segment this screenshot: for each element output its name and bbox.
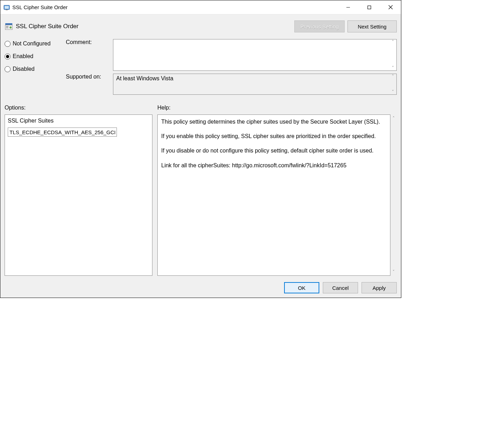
comment-textarea[interactable]: ˄ ˅ xyxy=(113,39,397,71)
app-icon xyxy=(3,4,10,11)
policy-icon xyxy=(5,22,13,31)
help-wrap: This policy setting determines the ciphe… xyxy=(157,114,397,276)
comment-scroll: ˄ ˅ xyxy=(390,40,396,70)
radio-label: Not Configured xyxy=(13,41,51,47)
radio-label: Disabled xyxy=(13,66,34,72)
radio-icon xyxy=(5,41,11,47)
maximize-button[interactable] xyxy=(359,0,380,14)
cipher-suites-label: SSL Cipher Suites xyxy=(8,118,149,124)
radio-disabled[interactable]: Disabled xyxy=(5,66,64,72)
supported-on-box: At least Windows Vista ˄ ˅ xyxy=(113,74,397,95)
options-panel: SSL Cipher Suites xyxy=(5,114,152,276)
scroll-down-icon[interactable]: ˅ xyxy=(390,90,396,94)
scroll-up-icon[interactable]: ˄ xyxy=(390,40,396,44)
scroll-up-icon[interactable]: ˄ xyxy=(390,116,397,121)
panel-labels: Options: Help: xyxy=(5,105,397,111)
options-label: Options: xyxy=(5,105,152,111)
apply-button[interactable]: Apply xyxy=(362,282,397,293)
help-text: This policy setting determines the ciphe… xyxy=(161,118,387,126)
svg-rect-2 xyxy=(6,10,8,10)
radio-icon xyxy=(5,54,11,60)
minimize-button[interactable] xyxy=(338,0,359,14)
help-scrollbar: ˄ ˅ xyxy=(390,114,397,276)
ok-button[interactable]: OK xyxy=(284,282,319,293)
scroll-down-icon[interactable]: ˅ xyxy=(390,66,396,70)
supported-value: At least Windows Vista xyxy=(116,75,173,81)
radio-not-configured[interactable]: Not Configured xyxy=(5,41,64,47)
svg-rect-10 xyxy=(6,27,8,28)
help-label: Help: xyxy=(157,105,397,111)
help-text: If you enable this policy setting, SSL c… xyxy=(161,132,387,140)
radio-icon xyxy=(5,66,11,72)
close-button[interactable] xyxy=(380,0,401,14)
svg-rect-1 xyxy=(5,6,9,9)
svg-rect-9 xyxy=(6,26,8,27)
next-setting-button[interactable]: Next Setting xyxy=(347,20,397,32)
panels-row: SSL Cipher Suites This policy setting de… xyxy=(5,114,397,276)
comment-label: Comment: xyxy=(66,39,112,71)
supported-label: Supported on: xyxy=(66,74,112,95)
window-title: SSL Cipher Suite Order xyxy=(12,4,68,10)
radio-enabled[interactable]: Enabled xyxy=(5,53,64,60)
help-text: If you disable or do not configure this … xyxy=(161,147,387,155)
svg-rect-7 xyxy=(5,23,12,25)
client-area: SSL Cipher Suite Order Previous Setting … xyxy=(0,14,401,298)
svg-point-11 xyxy=(10,26,12,29)
scroll-up-icon[interactable]: ˄ xyxy=(390,74,396,79)
cipher-suites-input[interactable] xyxy=(8,127,117,137)
settings-grid: Not Configured Enabled Disabled Comment:… xyxy=(5,39,397,95)
dialog-footer: OK Cancel Apply xyxy=(5,282,397,293)
policy-header: SSL Cipher Suite Order Previous Setting … xyxy=(5,18,397,35)
supported-scroll: ˄ ˅ xyxy=(390,74,396,94)
previous-setting-button: Previous Setting xyxy=(294,20,345,32)
help-text: Link for all the cipherSuites: http://go… xyxy=(161,161,387,169)
policy-dialog: SSL Cipher Suite Order SSL Cip xyxy=(0,0,401,298)
policy-title: SSL Cipher Suite Order xyxy=(16,23,79,30)
cancel-button[interactable]: Cancel xyxy=(323,282,358,293)
svg-rect-4 xyxy=(368,6,371,9)
radio-label: Enabled xyxy=(13,53,33,60)
scroll-down-icon[interactable]: ˅ xyxy=(390,269,397,274)
titlebar: SSL Cipher Suite Order xyxy=(0,0,401,14)
state-radio-group: Not Configured Enabled Disabled xyxy=(5,39,64,95)
help-panel: This policy setting determines the ciphe… xyxy=(157,114,390,276)
